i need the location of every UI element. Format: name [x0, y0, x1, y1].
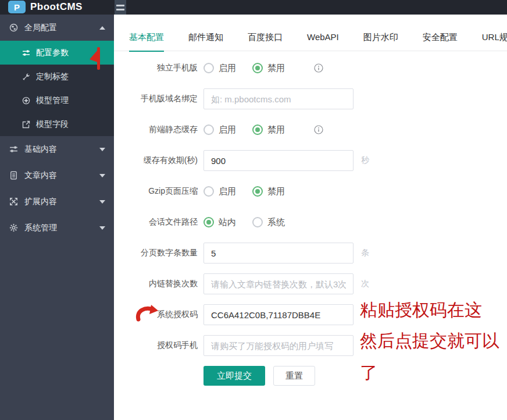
form-row-static-cache: 前端静态缓存 启用 禁用	[114, 119, 507, 140]
sidebar-item-label: 文章内容	[24, 170, 57, 181]
field-label: 内链替换次数	[114, 279, 198, 289]
info-icon[interactable]	[314, 63, 323, 73]
sidebar-item-config-params[interactable]: 配置参数	[0, 41, 114, 65]
radio-disable[interactable]: 禁用	[252, 63, 285, 74]
form-row-cache-ttl: 缓存有效期(秒) 秒	[114, 150, 507, 171]
form-row-gzip: Gzip页面压缩 启用 禁用	[114, 181, 507, 202]
pagination-count-input[interactable]	[203, 243, 354, 264]
sliders-icon	[9, 145, 18, 154]
tab-security-config[interactable]: 安全配置	[423, 25, 458, 51]
document-icon	[9, 171, 18, 180]
sidebar-submenu-global-config: 配置参数 定制标签 模型管理 模型字段	[0, 41, 114, 136]
sidebar-item-custom-tags[interactable]: 定制标签	[0, 65, 114, 88]
radio-icon[interactable]	[203, 217, 214, 227]
radio-label: 禁用	[267, 186, 285, 197]
tab-url-rules[interactable]: URL规则	[482, 25, 507, 51]
app-logo: P PbootCMS	[8, 1, 83, 13]
field-label: 前端静态缓存	[114, 124, 198, 135]
compass-icon	[22, 97, 30, 105]
sidebar-item-model-fields[interactable]: 模型字段	[0, 112, 114, 136]
chevron-down-icon	[99, 148, 105, 151]
form-row-mobile-version: 独立手机版 启用 禁用	[114, 58, 507, 79]
sidebar-item-label: 基础内容	[24, 144, 57, 155]
chevron-down-icon	[99, 200, 105, 204]
form-actions: 立即提交 重置	[114, 366, 507, 386]
radio-disable[interactable]: 禁用	[252, 186, 285, 197]
sidebar-item-label: 系统管理	[24, 223, 57, 233]
field-label: 手机版域名绑定	[114, 94, 198, 104]
chevron-down-icon	[99, 226, 105, 230]
tab-baidu-api[interactable]: 百度接口	[248, 25, 283, 51]
form-row-license-phone: 授权码手机	[114, 335, 507, 356]
app-title: PbootCMS	[30, 1, 83, 13]
sidebar-item-article-content[interactable]: 文章内容	[0, 162, 114, 188]
license-code-input[interactable]	[203, 304, 354, 325]
cache-ttl-input[interactable]	[203, 150, 354, 171]
config-tabs: 基本配置 邮件通知 百度接口 WebAPI 图片水印 安全配置 URL规则	[114, 25, 507, 51]
radio-label: 站内	[219, 217, 236, 228]
sidebar-item-label: 配置参数	[36, 48, 69, 58]
radio-icon[interactable]	[203, 63, 214, 73]
chevron-down-icon	[99, 174, 105, 177]
tab-image-watermark[interactable]: 图片水印	[363, 25, 398, 51]
main-content: 基本配置 邮件通知 百度接口 WebAPI 图片水印 安全配置 URL规则 独立…	[114, 15, 507, 420]
sidebar-item-extend-content[interactable]: 扩展内容	[0, 188, 114, 215]
tab-basic-config[interactable]: 基本配置	[129, 25, 164, 51]
sidebar-item-label: 模型字段	[36, 119, 69, 130]
config-form: 独立手机版 启用 禁用 手机版域名绑定 前端静态缓存 启用	[114, 51, 507, 386]
inner-link-count-input[interactable]	[203, 273, 354, 294]
form-row-inner-link-count: 内链替换次数 次	[114, 273, 507, 294]
field-label: 系统授权码	[114, 309, 198, 320]
field-label: 授权码手机	[114, 340, 198, 351]
radio-label: 系统	[267, 217, 285, 228]
collapse-menu-icon[interactable]	[115, 0, 126, 15]
form-row-mobile-domain: 手机版域名绑定	[114, 88, 507, 109]
radio-label: 启用	[219, 63, 236, 74]
chevron-up-icon	[99, 26, 105, 30]
radio-enable[interactable]: 启用	[203, 186, 236, 197]
radio-system[interactable]: 系统	[252, 217, 285, 228]
radio-icon[interactable]	[252, 63, 263, 73]
sidebar-item-system-manage[interactable]: 系统管理	[0, 215, 114, 241]
radio-in-site[interactable]: 站内	[203, 217, 236, 228]
reset-button[interactable]: 重置	[273, 366, 315, 386]
radio-icon[interactable]	[252, 186, 263, 197]
sidebar-item-label: 全局配置	[24, 23, 57, 33]
radio-label: 启用	[219, 124, 236, 136]
radio-icon[interactable]	[203, 186, 214, 197]
sidebar-item-model-manage[interactable]: 模型管理	[0, 88, 114, 112]
unit-suffix: 次	[361, 279, 369, 289]
field-label: 独立手机版	[114, 63, 198, 73]
unit-suffix: 条	[361, 248, 369, 258]
info-icon[interactable]	[314, 125, 323, 134]
submit-button[interactable]: 立即提交	[203, 366, 265, 386]
globe-icon	[9, 23, 18, 32]
pbootcms-logo-icon: P	[8, 1, 26, 13]
license-phone-input[interactable]	[203, 335, 354, 356]
radio-icon[interactable]	[252, 217, 263, 227]
sidebar-item-label: 模型管理	[36, 95, 69, 106]
sidebar-item-label: 扩展内容	[24, 197, 57, 207]
radio-label: 禁用	[267, 124, 285, 136]
radio-enable[interactable]: 启用	[203, 63, 236, 74]
sidebar-item-global-config[interactable]: 全局配置	[0, 15, 114, 41]
form-row-pagination-count: 分页数字条数量 条	[114, 243, 507, 264]
field-label: Gzip页面压缩	[114, 186, 198, 197]
sidebar-item-label: 定制标签	[36, 72, 69, 82]
sidebar: 全局配置 配置参数 定制标签 模型管理 模型字段 基础内容 文章内容 扩展内容	[0, 15, 114, 420]
expand-icon	[9, 197, 18, 206]
field-label: 缓存有效期(秒)	[114, 155, 198, 166]
unit-suffix: 秒	[361, 155, 369, 166]
radio-disable[interactable]: 禁用	[252, 124, 285, 136]
mobile-domain-input[interactable]	[203, 88, 354, 109]
radio-label: 启用	[219, 186, 236, 197]
form-row-session-path: 会话文件路径 站内 系统	[114, 212, 507, 233]
radio-icon[interactable]	[252, 124, 263, 135]
tab-mail-notify[interactable]: 邮件通知	[188, 25, 223, 51]
sidebar-item-basic-content[interactable]: 基础内容	[0, 136, 114, 162]
radio-enable[interactable]: 启用	[203, 124, 236, 136]
tab-webapi[interactable]: WebAPI	[307, 25, 339, 51]
gear-icon	[9, 223, 18, 232]
radio-icon[interactable]	[203, 124, 214, 135]
top-bar: P PbootCMS	[0, 0, 507, 15]
